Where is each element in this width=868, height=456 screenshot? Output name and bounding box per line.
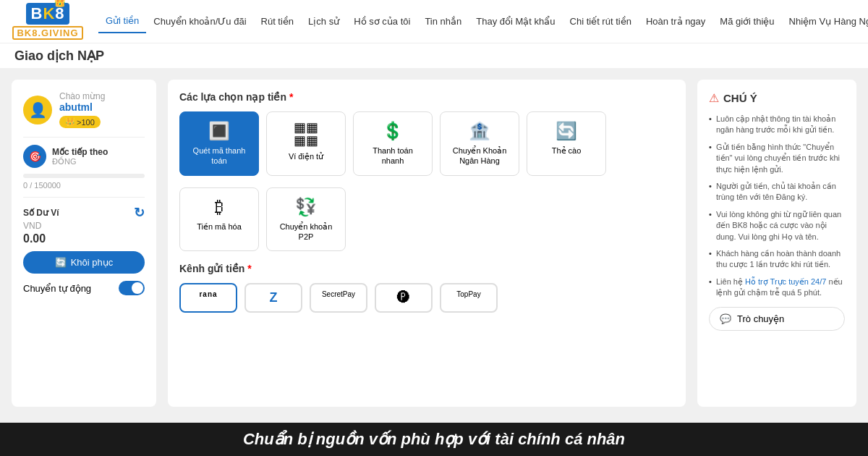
main-layout: 👤 Chào mừng abutml 👑 >100 🎯 Mốc tiếp the… — [0, 68, 868, 418]
payment-options-list-2: ₿ Tiền mã hóa 💱 Chuyển khoản P2P — [179, 187, 674, 252]
nav-item-messages[interactable]: Tin nhắn — [417, 10, 469, 33]
warning-icon: ⚠ — [709, 91, 719, 105]
logo-bk8: 👑 BK8 — [26, 3, 69, 25]
card-icon: 🔄 — [535, 121, 598, 141]
user-info: 👤 Chào mừng abutml 👑 >100 — [23, 91, 145, 128]
refresh-icon[interactable]: ↻ — [134, 205, 145, 221]
fast-pay-icon: 💲 — [361, 121, 425, 141]
notice-item-5: Khách hàng cần hoàn thành doanh thu cược… — [709, 248, 845, 271]
payment-option-bank-label: Chuyển Khoản Ngân Hàng — [448, 145, 511, 166]
qr-icon: 🔳 — [187, 121, 251, 141]
payment-option-fast[interactable]: 💲 Thanh toán nhanh — [353, 111, 433, 176]
nav-item-withdraw-detail[interactable]: Chi tiết rút tiền — [563, 10, 639, 33]
auto-transfer-row: Chuyển tự động — [23, 281, 145, 295]
username: abutml — [59, 101, 105, 113]
payment-option-crypto[interactable]: ₿ Tiền mã hóa — [179, 187, 259, 252]
notice-header: ⚠ CHÚ Ý — [709, 91, 845, 105]
channel-options-list: rana Z SecretPay 🅟 TopPay — [179, 283, 674, 313]
notice-item-3: Người gửi tiền, chủ tài khoản cần trùng … — [709, 181, 845, 203]
page-title: Giao dịch NẠP — [14, 48, 104, 64]
ewallet-icon: ▦▦▦▦ — [274, 121, 338, 147]
greeting-label: Chào mừng — [59, 91, 105, 101]
payment-option-qr[interactable]: 🔳 Quét mã thanh toán — [179, 111, 259, 176]
nav-item-history[interactable]: Lịch sử — [301, 10, 346, 33]
bottom-banner: Chuẩn bị nguồn vốn phù hợp với tài chính… — [0, 423, 868, 456]
channel-section-title: Kênh gửi tiền * — [179, 263, 674, 274]
milestone-label: Mốc tiếp theo — [52, 147, 108, 157]
chat-icon: 💬 — [720, 313, 731, 324]
support-link[interactable]: Hỗ trợ Trực tuyến 24/7 — [745, 277, 826, 286]
logo-giving: BK8.GIVING — [12, 26, 82, 40]
payment-option-fast-label: Thanh toán nhanh — [361, 145, 425, 166]
crown-icon: 👑 — [54, 0, 67, 7]
notice-item-4: Vui lòng không ghi từ ngữ liên quan đến … — [709, 209, 845, 242]
nav-item-send[interactable]: Gửi tiền — [98, 9, 146, 33]
channel-option-5[interactable]: TopPay — [440, 283, 498, 313]
payment-option-p2p[interactable]: 💱 Chuyển khoản P2P — [266, 187, 346, 252]
nav-item-refund[interactable]: Hoàn trả ngay — [639, 10, 712, 33]
banner-text: Chuẩn bị nguồn vốn phù hợp với tài chính… — [243, 430, 625, 448]
right-sidebar: ⚠ CHÚ Ý Luôn cập nhật thông tin tài khoả… — [697, 80, 856, 407]
nav-item-password[interactable]: Thay đổi Mật khẩu — [469, 10, 562, 33]
main-nav: Gửi tiền Chuyển khoản/Ưu đãi Rút tiền Lị… — [98, 9, 868, 33]
header: 👑 BK8 BK8.GIVING Gửi tiền Chuyển khoản/Ư… — [0, 0, 868, 43]
progress-bar — [23, 174, 145, 178]
center-content: Các lựa chọn nạp tiền * 🔳 Quét mã thanh … — [168, 80, 686, 407]
channel-option-2[interactable]: Z — [244, 283, 302, 313]
sub-header: Giao dịch NẠP — [0, 43, 868, 68]
nav-item-transfer[interactable]: Chuyển khoản/Ưu đãi — [146, 10, 253, 33]
notice-list: Luôn cập nhật thông tin tài khoản ngân h… — [709, 114, 845, 298]
user-level-badge: 👑 >100 — [59, 116, 101, 128]
payment-options-title: Các lựa chọn nạp tiền * — [179, 91, 674, 103]
milestone-icon: 🎯 — [23, 145, 46, 168]
nav-item-profile[interactable]: Hồ sơ của tôi — [346, 10, 417, 33]
payment-option-bank[interactable]: 🏦 Chuyển Khoản Ngân Hàng — [440, 111, 519, 176]
nav-item-withdraw[interactable]: Rút tiền — [254, 10, 302, 33]
logo-area: 👑 BK8 BK8.GIVING — [12, 3, 84, 40]
payment-option-card[interactable]: 🔄 Thẻ cào — [527, 111, 606, 176]
auto-transfer-toggle[interactable] — [119, 281, 145, 295]
milestone-section: 🎯 Mốc tiếp theo ĐỒNG — [23, 145, 145, 168]
restore-icon: 🔄 — [55, 257, 67, 268]
avatar: 👤 — [23, 96, 52, 124]
payment-option-p2p-label: Chuyển khoản P2P — [274, 221, 338, 242]
payment-option-ewallet-label: Ví điện tử — [274, 151, 338, 161]
channel-option-1[interactable]: rana — [179, 283, 237, 313]
wallet-currency: VND — [23, 221, 145, 231]
milestone-sub: ĐỒNG — [52, 157, 108, 166]
notice-item-2: Gửi tiền bằng hình thức "Chuyển tiền" vu… — [709, 142, 845, 175]
chat-label: Trò chuyện — [737, 313, 784, 324]
notice-item-6: Liên hệ Hỗ trợ Trực tuyến 24/7 nếu lệnh … — [709, 276, 845, 299]
p2p-icon: 💱 — [274, 197, 338, 217]
chat-button[interactable]: 💬 Trò chuyện — [709, 307, 845, 331]
payment-options-list: 🔳 Quét mã thanh toán ▦▦▦▦ Ví điện tử 💲 T… — [179, 111, 674, 176]
wallet-amount: 0.00 — [23, 232, 145, 245]
bank-icon: 🏦 — [448, 121, 511, 141]
channel-option-4[interactable]: 🅟 — [375, 283, 433, 313]
payment-option-crypto-label: Tiền mã hóa — [187, 221, 251, 232]
left-sidebar: 👤 Chào mừng abutml 👑 >100 🎯 Mốc tiếp the… — [12, 80, 156, 407]
nav-item-daily-task[interactable]: Nhiệm Vụ Hàng Ngày — [782, 10, 868, 33]
wallet-section: Số Dư Ví ↻ VND 0.00 — [23, 205, 145, 245]
crypto-icon: ₿ — [187, 197, 251, 217]
notice-title: CHÚ Ý — [723, 92, 757, 104]
payment-option-card-label: Thẻ cào — [535, 145, 598, 156]
payment-option-ewallet[interactable]: ▦▦▦▦ Ví điện tử — [266, 111, 346, 176]
notice-item-1: Luôn cập nhật thông tin tài khoản ngân h… — [709, 114, 845, 136]
payment-option-qr-label: Quét mã thanh toán — [187, 145, 251, 166]
progress-text: 0 / 150000 — [23, 181, 145, 190]
nav-item-referral[interactable]: Mã giới thiệu — [712, 10, 781, 33]
restore-button[interactable]: 🔄 Khôi phục — [23, 251, 145, 274]
wallet-label: Số Dư Ví ↻ — [23, 205, 145, 221]
auto-transfer-label: Chuyển tự động — [23, 283, 91, 294]
channel-option-3[interactable]: SecretPay — [310, 283, 367, 313]
